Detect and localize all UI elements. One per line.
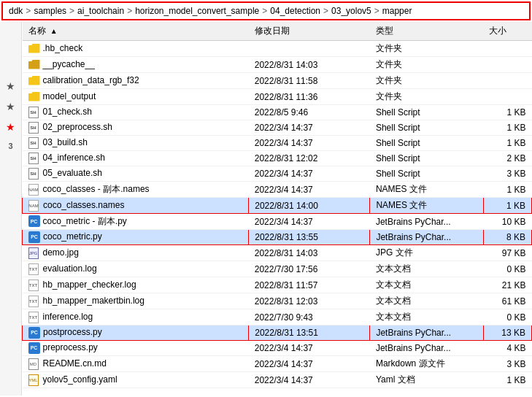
table-row[interactable]: SH05_evaluate.sh2022/3/4 14:37Shell Scri… <box>23 166 532 182</box>
breadcrumb-yolov5[interactable]: 03_yolov5 <box>331 6 371 16</box>
file-type-cell: Shell Script <box>370 166 483 182</box>
file-date-cell <box>249 41 370 57</box>
python-file-icon: PC <box>28 231 40 242</box>
table-header-row: 名称 ▲ 修改日期 类型 大小 <box>23 22 532 41</box>
file-name-cell: model_output <box>23 89 249 105</box>
table-row[interactable]: PCpreprocess.py2022/3/4 14:37JetBrains P… <box>23 341 532 356</box>
breadcrumb-samples[interactable]: samples <box>34 6 66 16</box>
file-type-cell: NAMES 文件 <box>370 198 483 214</box>
file-size-cell: 4 KB <box>483 341 531 356</box>
sort-arrow-name: ▲ <box>50 27 58 35</box>
folder-icon <box>28 90 40 102</box>
file-size-cell: 10 KB <box>483 214 531 230</box>
left-panel: ★ ★ ★ 3 <box>0 22 22 396</box>
table-row[interactable]: .hb_check文件夹 <box>23 41 532 57</box>
table-row[interactable]: NAMcoco_classes - 副本.names2022/3/4 14:37… <box>23 182 532 198</box>
file-size-cell <box>483 73 531 89</box>
file-name-cell: TXTevaluation.log <box>23 261 249 277</box>
file-type-cell: JPG 文件 <box>370 245 483 261</box>
table-row[interactable]: SH03_build.sh2022/3/4 14:37Shell Script1… <box>23 136 532 151</box>
file-date-cell: 2022/3/4 14:37 <box>249 166 370 182</box>
table-row[interactable]: PCcoco_metric.py2022/8/31 13:55JetBrains… <box>23 230 532 245</box>
file-size-cell: 1 KB <box>483 120 531 136</box>
file-date-cell: 2022/8/31 13:55 <box>249 230 370 245</box>
file-type-cell: JetBrains PyChar... <box>370 325 483 341</box>
pin-icon-3[interactable]: ★ <box>6 121 15 133</box>
table-row[interactable]: MDREADME.cn.md2022/3/4 14:37Markdown 源文件… <box>23 356 532 372</box>
file-name-cell: PCpreprocess.py <box>23 341 249 356</box>
file-size-cell: 21 KB <box>483 277 531 293</box>
breadcrumb: ddk > samples > ai_toolchain > horizon_m… <box>1 1 531 20</box>
file-type-cell: 文件夹 <box>370 57 483 73</box>
names-file-icon: NAM <box>28 199 40 211</box>
number-3: 3 <box>8 142 12 150</box>
file-date-cell: 2022/3/4 14:37 <box>249 136 370 151</box>
file-name-cell: TXThb_mapper_checker.log <box>23 277 249 293</box>
table-row[interactable]: TXThb_mapper_checker.log2022/8/31 11:57文… <box>23 277 532 293</box>
file-size-cell: 0 KB <box>483 261 531 277</box>
table-row[interactable]: __pycache__2022/8/31 14:03文件夹 <box>23 57 532 73</box>
file-size-cell: 97 KB <box>483 245 531 261</box>
file-type-cell: Markdown 源文件 <box>370 356 483 372</box>
file-name-cell: JPGdemo.jpg <box>23 245 249 261</box>
file-type-cell: JetBrains PyChar... <box>370 230 483 245</box>
file-name-cell: TXThb_mapper_makertbin.log <box>23 293 249 309</box>
python-file-icon: PC <box>28 326 40 338</box>
shell-script-icon: SH <box>28 121 40 133</box>
file-type-cell: 文本文档 <box>370 309 483 325</box>
table-row[interactable]: TXTevaluation.log2022/7/30 17:56文本文档0 KB <box>23 261 532 277</box>
file-type-cell: Shell Script <box>370 105 483 120</box>
pin-icon-2[interactable]: ★ <box>6 101 15 112</box>
file-size-cell: 61 KB <box>483 293 531 309</box>
table-row[interactable]: PCcoco_metric - 副本.py2022/3/4 14:37JetBr… <box>23 214 532 230</box>
table-row[interactable]: SH02_preprocess.sh2022/3/4 14:37Shell Sc… <box>23 120 532 136</box>
table-row[interactable]: TXTinference.log2022/7/30 9:43文本文档0 KB <box>23 309 532 325</box>
table-row[interactable]: TXThb_mapper_makertbin.log2022/8/31 12:0… <box>23 293 532 309</box>
shell-script-icon: SH <box>28 136 40 148</box>
col-header-date[interactable]: 修改日期 <box>249 22 370 41</box>
col-header-name[interactable]: 名称 ▲ <box>23 22 249 41</box>
table-row[interactable]: SH01_check.sh2022/8/5 9:46Shell Script1 … <box>23 105 532 120</box>
file-size-cell: 13 KB <box>483 325 531 341</box>
breadcrumb-ddk[interactable]: ddk <box>9 6 23 16</box>
file-explorer-main: 名称 ▲ 修改日期 类型 大小 .hb_check文件夹__pycache__2… <box>22 22 532 396</box>
table-row[interactable]: NAMcoco_classes.names2022/8/31 14:00NAME… <box>23 198 532 214</box>
text-file-icon: TXT <box>28 311 40 323</box>
file-name-cell: NAMcoco_classes.names <box>23 198 249 214</box>
pin-icon-1[interactable]: ★ <box>6 80 15 92</box>
jpg-file-icon: JPG <box>28 247 40 258</box>
table-row[interactable]: model_output2022/8/31 11:36文件夹 <box>23 89 532 105</box>
file-size-cell: 3 KB <box>483 166 531 182</box>
file-size-cell: 1 KB <box>483 372 531 388</box>
file-name-cell: .hb_check <box>23 41 249 57</box>
table-row[interactable]: SH04_inference.sh2022/8/31 12:02Shell Sc… <box>23 151 532 166</box>
file-type-cell: Shell Script <box>370 151 483 166</box>
python-file-icon: PC <box>28 342 40 353</box>
breadcrumb-mapper[interactable]: mapper <box>382 6 412 16</box>
table-row[interactable]: JPGdemo.jpg2022/8/31 14:03JPG 文件97 KB <box>23 245 532 261</box>
file-type-cell: 文件夹 <box>370 89 483 105</box>
breadcrumb-detection[interactable]: 04_detection <box>270 6 320 16</box>
file-name-cell: MDREADME.cn.md <box>23 356 249 372</box>
col-header-type[interactable]: 类型 <box>370 22 483 41</box>
file-name-cell: PCpostprocess.py <box>23 325 249 341</box>
yaml-file-icon: YML <box>28 374 40 385</box>
file-type-cell: 文件夹 <box>370 73 483 89</box>
file-date-cell: 2022/8/5 9:46 <box>249 105 370 120</box>
file-name-cell: SH03_build.sh <box>23 136 249 151</box>
file-type-cell: Yaml 文档 <box>370 372 483 388</box>
table-row[interactable]: YMLyolov5_config.yaml2022/3/4 14:37Yaml … <box>23 372 532 388</box>
breadcrumb-ai_toolchain[interactable]: ai_toolchain <box>77 6 124 16</box>
file-name-cell: SH04_inference.sh <box>23 151 249 166</box>
table-row[interactable]: calibration_data_rgb_f322022/8/31 11:58文… <box>23 73 532 89</box>
table-row[interactable]: PCpostprocess.py2022/8/31 13:51JetBrains… <box>23 325 532 341</box>
text-file-icon: TXT <box>28 295 40 307</box>
file-date-cell: 2022/3/4 14:37 <box>249 214 370 230</box>
col-header-size[interactable]: 大小 <box>483 22 531 41</box>
file-date-cell: 2022/8/31 14:03 <box>249 57 370 73</box>
file-date-cell: 2022/8/31 13:51 <box>249 325 370 341</box>
file-date-cell: 2022/3/4 14:37 <box>249 182 370 198</box>
breadcrumb-horizon[interactable]: horizon_model_convert_sample <box>135 6 259 16</box>
file-name-cell: calibration_data_rgb_f32 <box>23 73 249 89</box>
file-name-cell: SH01_check.sh <box>23 105 249 120</box>
